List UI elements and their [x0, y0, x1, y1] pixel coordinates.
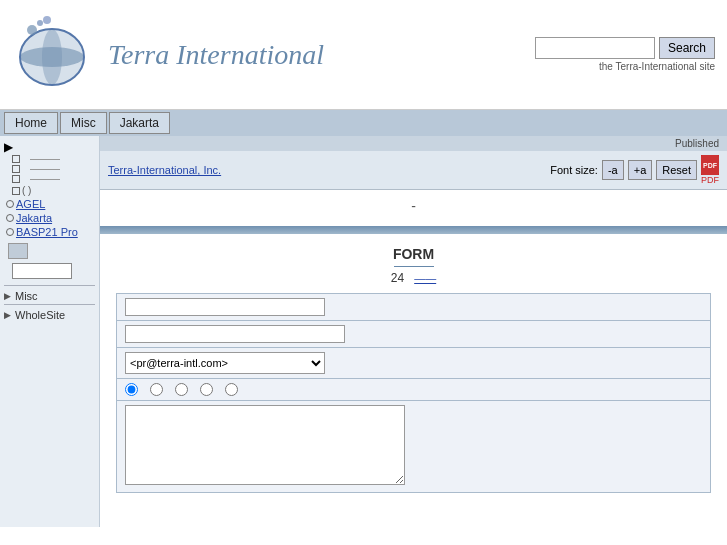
wholesite-label: WholeSite [15, 309, 65, 321]
sidebar-section-wholesite[interactable]: ▶ WholeSite [4, 309, 95, 321]
sidebar-item-4: ( ) [4, 184, 95, 197]
sidebar-item-1 [4, 154, 95, 164]
sidebar: ▶ ( ) AGEL Jakarta BASP21 Pro [0, 136, 100, 527]
sidebar-item-agel: AGEL [4, 197, 95, 211]
search-button[interactable]: Search [659, 37, 715, 59]
blue-divider [100, 226, 727, 234]
form-number-text: 24 [391, 271, 404, 285]
table-cell-select: <pr@terra-intl.com> [117, 348, 711, 379]
sidebar-link-basp21[interactable]: BASP21 Pro [16, 226, 78, 238]
table-row [117, 321, 711, 348]
sidebar-divider-2 [4, 304, 95, 305]
checkbox-4[interactable] [12, 187, 20, 195]
font-controls: Font size: -a +a Reset PDF PDF [550, 155, 719, 185]
form-number-line: —— [414, 272, 436, 284]
svg-point-2 [42, 29, 62, 85]
table-row [117, 379, 711, 401]
misc-arrow-icon: ▶ [4, 291, 11, 301]
breadcrumb-link[interactable]: Terra-International, Inc. [108, 164, 221, 176]
form-select[interactable]: <pr@terra-intl.com> [125, 352, 325, 374]
sidebar-item-basp21: BASP21 Pro [4, 225, 95, 239]
radio-option-1[interactable] [125, 383, 138, 396]
font-decrease-button[interactable]: -a [602, 160, 624, 180]
form-textarea[interactable] [125, 405, 405, 485]
svg-text:PDF: PDF [703, 162, 718, 169]
search-row: Search [535, 37, 715, 59]
pdf-label: PDF [701, 175, 719, 185]
radio-option-2[interactable] [150, 383, 163, 396]
checkbox-2[interactable] [12, 165, 20, 173]
logo-area: Terra International [12, 15, 324, 95]
sidebar-divider-1 [4, 285, 95, 286]
svg-point-4 [27, 25, 37, 35]
nav-item-home[interactable]: Home [4, 112, 58, 134]
published-bar: Published [100, 136, 727, 151]
sidebar-image [8, 243, 28, 259]
pdf-icon[interactable]: PDF PDF [701, 155, 719, 185]
radio-jakarta[interactable] [6, 214, 14, 222]
radio-agel[interactable] [6, 200, 14, 208]
search-hint: the Terra-International site [599, 61, 715, 72]
breadcrumb-bar: Terra-International, Inc. Font size: -a … [100, 151, 727, 190]
radio-basp21[interactable] [6, 228, 14, 236]
form-line [394, 266, 434, 267]
sidebar-toggle[interactable]: ▶ [4, 140, 95, 154]
table-row [117, 401, 711, 493]
form-title: FORM [116, 246, 711, 262]
radio-option-3[interactable] [175, 383, 188, 396]
form-input-2[interactable] [125, 325, 345, 343]
radio-option-4[interactable] [200, 383, 213, 396]
pdf-image: PDF [701, 155, 719, 175]
radio-option-5[interactable] [225, 383, 238, 396]
nav-item-misc[interactable]: Misc [60, 112, 107, 134]
table-row: <pr@terra-intl.com> [117, 348, 711, 379]
form-number: 24 —— [116, 271, 711, 285]
search-input[interactable] [535, 37, 655, 59]
table-cell-input1 [117, 294, 711, 321]
radio-group [125, 383, 702, 396]
form-table: <pr@terra-intl.com> [116, 293, 711, 493]
table-cell-radio [117, 379, 711, 401]
site-title: Terra International [108, 39, 324, 71]
form-content: FORM 24 —— [100, 238, 727, 501]
font-increase-button[interactable]: +a [628, 160, 653, 180]
sidebar-link-jakarta[interactable]: Jakarta [16, 212, 52, 224]
svg-point-6 [43, 16, 51, 24]
table-cell-input2 [117, 321, 711, 348]
font-size-label: Font size: [550, 164, 598, 176]
navbar: Home Misc Jakarta [0, 110, 727, 136]
sidebar-item-3 [4, 174, 95, 184]
nav-item-jakarta[interactable]: Jakarta [109, 112, 170, 134]
checkbox-3[interactable] [12, 175, 20, 183]
logo-icon [12, 15, 92, 95]
header: Terra International Search the Terra-Int… [0, 0, 727, 110]
font-reset-button[interactable]: Reset [656, 160, 697, 180]
sidebar-section-misc[interactable]: ▶ Misc [4, 290, 95, 302]
sidebar-item-2 [4, 164, 95, 174]
top-dash: - [100, 190, 727, 222]
content-wrapper: ▶ ( ) AGEL Jakarta BASP21 Pro [0, 136, 727, 527]
sidebar-link-agel[interactable]: AGEL [16, 198, 45, 210]
table-cell-textarea [117, 401, 711, 493]
wholesite-arrow-icon: ▶ [4, 310, 11, 320]
svg-point-5 [37, 20, 43, 26]
main-content: Published Terra-International, Inc. Font… [100, 136, 727, 527]
form-input-1[interactable] [125, 298, 325, 316]
pdf-svg: PDF [701, 155, 719, 175]
search-area: Search the Terra-International site [535, 37, 715, 72]
misc-label: Misc [15, 290, 38, 302]
sidebar-search-input[interactable] [12, 263, 72, 279]
table-row [117, 294, 711, 321]
sidebar-item-jakarta: Jakarta [4, 211, 95, 225]
checkbox-1[interactable] [12, 155, 20, 163]
